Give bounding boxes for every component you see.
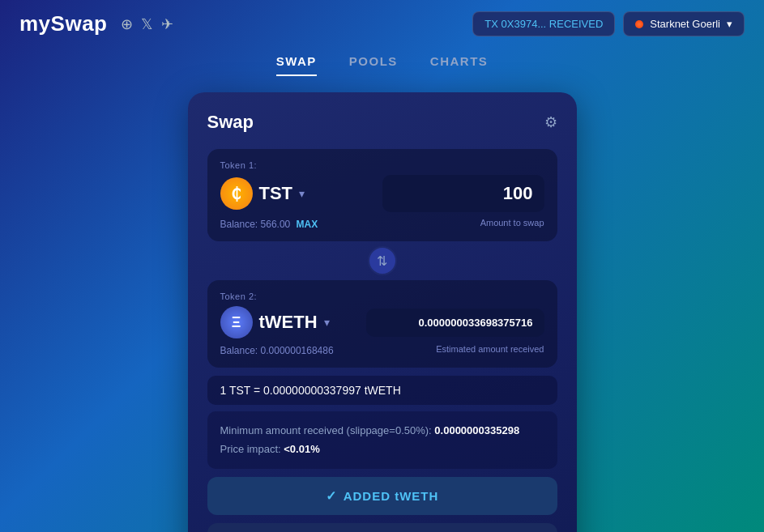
logo-area: mySwap ⊕ 𝕏 ✈ [19, 11, 173, 36]
tab-swap[interactable]: SWAP [276, 54, 317, 76]
added-tweth-button[interactable]: ✓ ADDED tWETH [207, 477, 557, 515]
swap-arrows-icon: ⇅ [377, 253, 387, 269]
token2-balance: Balance: 0.000000168486 [220, 345, 334, 356]
nav-tabs: SWAP POOLS CHARTS [0, 54, 764, 76]
discord-icon[interactable]: ⊕ [121, 15, 133, 33]
token1-row: ₵ TST ▾ [220, 175, 544, 212]
checkmark-icon: ✓ [326, 488, 337, 504]
tx-badge: TX 0X3974... RECEIVED [472, 11, 615, 36]
token1-selector[interactable]: ₵ TST ▾ [220, 177, 305, 210]
max-button[interactable]: MAX [297, 219, 318, 230]
token1-amount-label: Amount to swap [480, 218, 544, 228]
swapping-button[interactable]: SWAPPING [207, 523, 557, 532]
swap-card: Swap ⚙ Token 1: ₵ TST ▾ Balance: 566.00 … [188, 92, 577, 532]
logo: mySwap [19, 11, 108, 36]
details-box: Minimum amount received (slippage=0.50%)… [207, 411, 557, 469]
telegram-icon[interactable]: ✈ [161, 15, 173, 33]
min-received-value: 0.0000000335298 [434, 424, 519, 436]
header: mySwap ⊕ 𝕏 ✈ TX 0X3974... RECEIVED Stark… [0, 0, 764, 48]
swap-direction: ⇅ [207, 246, 557, 275]
token2-box: Token 2: Ξ tWETH ▾ Balance: 0.0000001684… [207, 280, 557, 368]
tst-symbol: ₵ [231, 184, 241, 203]
token2-name: tWETH [259, 312, 318, 333]
added-label: ADDED tWETH [344, 489, 439, 503]
network-dot-icon [635, 20, 643, 28]
token1-amount-input[interactable] [382, 175, 544, 212]
token2-label: Token 2: [220, 292, 544, 301]
min-received-row: Minimum amount received (slippage=0.50%)… [220, 421, 544, 440]
token1-name: TST [259, 183, 293, 204]
token1-balance: Balance: 566.00 MAX [220, 219, 318, 230]
token2-amount-input[interactable] [366, 309, 544, 337]
rate-box: 1 TST = 0.00000000337997 tWETH [207, 376, 557, 405]
token2-chevron-icon: ▾ [324, 316, 330, 329]
token2-row: Ξ tWETH ▾ [220, 306, 544, 338]
tst-icon: ₵ [220, 177, 253, 210]
network-button[interactable]: Starknet Goerli ▾ [623, 11, 745, 36]
price-impact-row: Price impact: <0.01% [220, 440, 544, 458]
chevron-down-icon: ▾ [727, 18, 732, 30]
header-right: TX 0X3974... RECEIVED Starknet Goerli ▾ [472, 11, 745, 36]
swap-direction-button[interactable]: ⇅ [368, 246, 397, 275]
token1-label: Token 1: [220, 160, 544, 170]
card-title: Swap [207, 112, 254, 133]
token1-chevron-icon: ▾ [299, 187, 305, 200]
price-impact-value: <0.01% [284, 443, 319, 455]
tab-pools[interactable]: POOLS [349, 54, 398, 76]
tab-charts[interactable]: CHARTS [430, 54, 489, 76]
social-icons: ⊕ 𝕏 ✈ [121, 15, 173, 33]
token2-selector[interactable]: Ξ tWETH ▾ [220, 306, 330, 338]
twitter-icon[interactable]: 𝕏 [141, 15, 153, 33]
rate-text: 1 TST = 0.00000000337997 tWETH [220, 384, 401, 397]
token2-amount-label: Estimated amount received [436, 344, 544, 354]
token1-box: Token 1: ₵ TST ▾ Balance: 566.00 MAX Amo… [207, 149, 557, 241]
network-label: Starknet Goerli [650, 18, 720, 30]
card-header: Swap ⚙ [207, 112, 557, 133]
tweth-icon: Ξ [220, 306, 253, 338]
settings-button[interactable]: ⚙ [544, 113, 557, 131]
tweth-symbol: Ξ [232, 314, 241, 331]
